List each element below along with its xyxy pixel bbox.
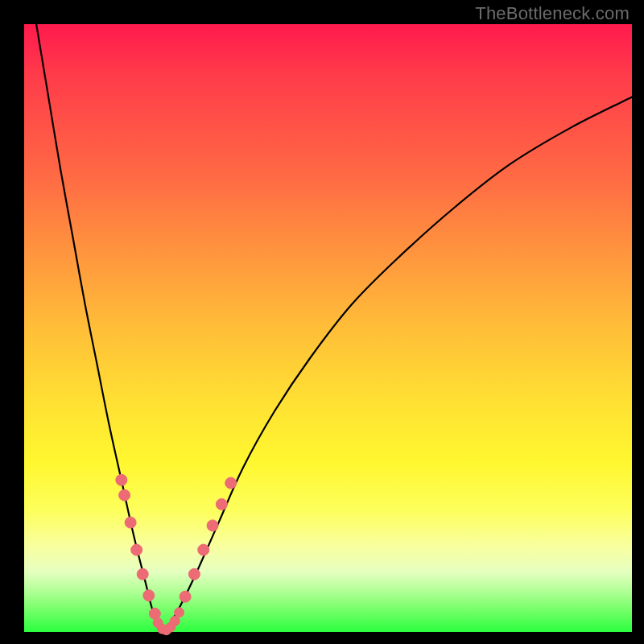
chart-plot-area [24, 24, 632, 632]
watermark-text: TheBottleneck.com [475, 3, 630, 24]
marker-dot [225, 477, 237, 489]
marker-layer [116, 474, 237, 634]
curve-path-right-branch [164, 97, 632, 632]
marker-dot [175, 608, 184, 617]
marker-dot [116, 474, 127, 485]
marker-dot [125, 517, 136, 528]
curve-path-left-branch [36, 24, 164, 632]
curve-left [36, 24, 164, 632]
marker-dot [143, 590, 155, 601]
marker-dot [198, 544, 209, 555]
chart-frame: TheBottleneck.com [0, 0, 644, 644]
marker-dot [216, 498, 227, 510]
marker-dot [188, 568, 200, 580]
marker-dot [131, 544, 142, 555]
marker-dot [207, 520, 218, 531]
chart-svg [24, 24, 632, 632]
marker-dot [180, 591, 191, 602]
marker-dot [149, 608, 160, 619]
marker-dot [119, 489, 130, 501]
curve-right [164, 97, 632, 632]
marker-dot [137, 568, 148, 580]
